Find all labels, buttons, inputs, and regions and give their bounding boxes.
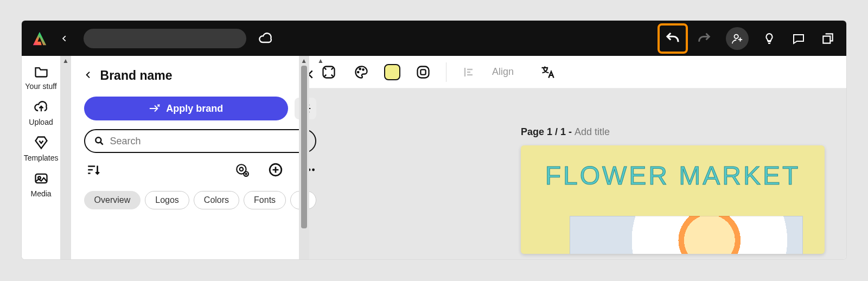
- add-title-placeholder[interactable]: Add title: [575, 126, 610, 137]
- add-button[interactable]: [269, 163, 283, 179]
- svg-point-13: [358, 71, 359, 72]
- cloud-sync-icon[interactable]: [257, 30, 275, 47]
- align-icon[interactable]: [459, 62, 479, 82]
- hint-icon[interactable]: [761, 30, 778, 47]
- sort-button[interactable]: [86, 163, 100, 179]
- panel-title: Brand name: [100, 68, 293, 83]
- svg-point-15: [362, 69, 363, 70]
- undo-button[interactable]: [658, 23, 688, 54]
- invite-user-button[interactable]: [726, 27, 749, 50]
- scroll-up-icon: ▲: [60, 56, 71, 66]
- left-rail: Your stuff Upload Templates Media: [22, 56, 60, 259]
- panel-back-button[interactable]: [84, 71, 93, 81]
- translate-icon[interactable]: [538, 62, 557, 82]
- rail-templates[interactable]: Templates: [24, 135, 59, 162]
- outline-icon[interactable]: [413, 62, 433, 82]
- svg-point-0: [735, 34, 738, 38]
- artboard-image[interactable]: [570, 216, 803, 254]
- svg-point-14: [360, 68, 361, 69]
- chip-logos[interactable]: Logos: [145, 191, 189, 209]
- topbar: [22, 21, 846, 56]
- comment-icon[interactable]: [790, 30, 807, 47]
- brand-search[interactable]: [84, 129, 316, 153]
- document-title-input[interactable]: [84, 29, 246, 48]
- rail-upload[interactable]: Upload: [29, 99, 53, 126]
- rail-your-stuff-label: Your stuff: [25, 82, 56, 91]
- artboard[interactable]: FLOWER MARKET: [521, 145, 825, 254]
- add-image-button[interactable]: [235, 163, 249, 179]
- context-toolbar: Align: [309, 56, 846, 88]
- chip-overview[interactable]: Overview: [84, 191, 141, 209]
- svg-point-4: [95, 137, 101, 143]
- resize-icon[interactable]: [319, 62, 339, 82]
- rail-scrollbar[interactable]: ▲: [60, 56, 71, 259]
- align-label: Align: [492, 66, 514, 78]
- app-logo-icon: [31, 30, 48, 47]
- palette-icon[interactable]: [352, 62, 371, 82]
- chip-fonts[interactable]: Fonts: [244, 191, 286, 209]
- panel-scroll-thumb[interactable]: [301, 66, 307, 228]
- panel-scrollbar[interactable]: ▲: [299, 56, 309, 259]
- rail-upload-label: Upload: [29, 118, 53, 126]
- brand-panel: Brand name Apply brand: [71, 56, 299, 259]
- canvas-area: Align Page 1 / 1 - Add title FLOWER MARK…: [309, 56, 846, 259]
- toolbar-separator: [446, 62, 446, 82]
- chip-colors[interactable]: Colors: [194, 191, 239, 209]
- apply-brand-label: Apply brand: [166, 103, 223, 114]
- back-button[interactable]: [55, 29, 74, 48]
- rail-your-stuff[interactable]: Your stuff: [25, 63, 56, 91]
- brand-search-input[interactable]: [110, 136, 307, 147]
- rail-templates-label: Templates: [24, 154, 59, 162]
- page-indicator[interactable]: Page 1 / 1 - Add title: [521, 126, 825, 138]
- redo-button[interactable]: [695, 30, 713, 47]
- fill-color-swatch[interactable]: [384, 64, 400, 80]
- svg-rect-16: [418, 66, 429, 78]
- svg-point-6: [240, 168, 244, 171]
- apply-brand-button[interactable]: Apply brand: [84, 97, 288, 120]
- share-icon[interactable]: [819, 30, 837, 47]
- svg-rect-17: [420, 69, 425, 74]
- rail-media-label: Media: [30, 189, 51, 198]
- rail-media[interactable]: Media: [30, 171, 51, 198]
- page-number: Page 1 / 1 -: [521, 126, 575, 137]
- artboard-heading[interactable]: FLOWER MARKET: [534, 161, 812, 190]
- search-icon: [94, 136, 105, 146]
- scroll-up-icon: ▲: [299, 56, 309, 66]
- brand-tabs: Overview Logos Colors Fonts T: [84, 191, 316, 209]
